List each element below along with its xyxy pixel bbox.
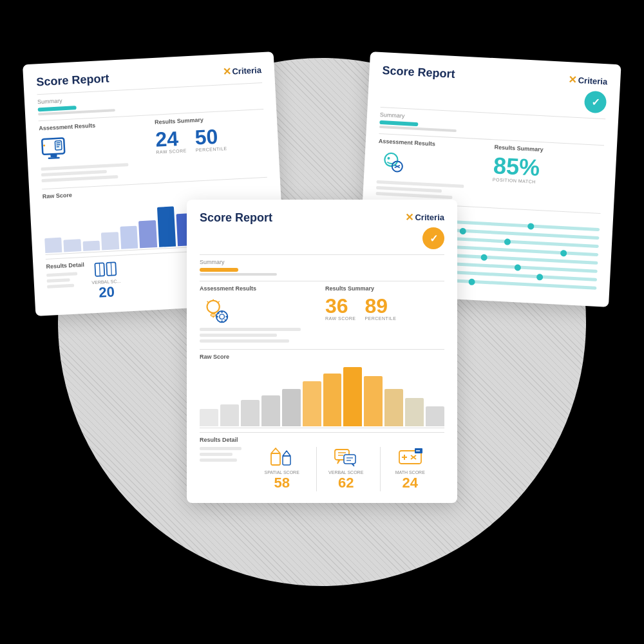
assessment-label-left: Assessment Results (39, 119, 148, 131)
percentile-unit-left: 50 PERCENTILE (194, 126, 227, 153)
svg-line-9 (99, 263, 100, 276)
col-left-assessment-right: Assessment Results (375, 138, 488, 204)
svg-point-7 (43, 144, 45, 146)
results-summary-label-front: Results Summary (325, 285, 444, 292)
percentile-value-left: 50 (194, 126, 218, 148)
slider-dot-5 (480, 254, 488, 261)
svg-rect-31 (271, 453, 280, 465)
raw-score-value-left: 24 (155, 128, 179, 150)
slider-dot-6 (514, 264, 521, 271)
criteria-text-front: Criteria (415, 213, 444, 222)
verbal-score-label: VERBAL SCORE (317, 470, 375, 475)
logo-left: ✕ Criteria (222, 64, 261, 78)
raw-score-unit-front: 36 RAW SCORE (325, 296, 355, 321)
divider-front-3 (200, 349, 444, 350)
results-detail-label-front: Results Detail (200, 437, 444, 443)
slider-dot-4 (560, 249, 567, 256)
criteria-text-left: Criteria (232, 65, 261, 76)
slider-dot-7 (536, 274, 543, 281)
percentile-label-left: PERCENTILE (196, 146, 227, 153)
verbal-score-item: VERBAL SCORE 62 (317, 447, 381, 491)
results-detail-label-left: Results Detail (46, 261, 86, 304)
assessment-label-front: Assessment Results (200, 285, 319, 292)
spatial-score-item: SPATIAL SCORE 58 (252, 447, 317, 491)
card-title-right: Score Report (382, 64, 455, 81)
col-right-results-left: Results Summary 24 RAW SCORE 50 PERCENTI… (155, 113, 267, 179)
card-title-front: Score Report (200, 211, 272, 225)
svg-point-13 (387, 157, 390, 160)
col-left-assessment-front: Assessment Results (200, 285, 319, 345)
logo-right: ✕ Criteria (568, 73, 607, 88)
spatial-score-label: SPATIAL SCORE (252, 470, 311, 475)
divider-front-1 (200, 254, 444, 255)
criteria-x-left: ✕ (222, 66, 231, 79)
logo-front: ✕ Criteria (405, 211, 444, 223)
spatial-score-value: 58 (252, 475, 311, 491)
col-left-assessment: Assessment Results (39, 119, 151, 185)
slider-dot-8 (468, 278, 475, 285)
logo-check-front: ✕ Criteria ✓ (405, 211, 444, 249)
svg-line-11 (111, 263, 111, 276)
svg-rect-33 (283, 456, 290, 465)
card-header-right: Score Report ✕ Criteria ✓ (381, 64, 608, 113)
summary-label-left: Summary (37, 87, 263, 105)
slider-dot-2 (460, 227, 467, 234)
col-right-results-right: Results Summary 85% POSITION MATCH (491, 144, 604, 209)
svg-rect-38 (344, 455, 355, 464)
assessment-label-right: Assessment Results (379, 138, 488, 150)
svg-rect-2 (48, 157, 60, 159)
assessment-icon-left (39, 134, 73, 168)
assessment-icon-right (377, 148, 411, 182)
two-col-right: Assessment Results Resul (375, 138, 603, 209)
svg-point-17 (207, 301, 220, 313)
logo-check-right: ✕ Criteria ✓ (567, 73, 608, 113)
svg-point-12 (384, 153, 398, 166)
raw-score-section-front: Raw Score (200, 354, 444, 360)
results-detail-front: SPATIAL SCORE 58 VERBAL SCORE 62 (200, 447, 444, 491)
two-col-front: Assessment Results (200, 285, 444, 345)
two-col-left: Assessment Results (39, 113, 267, 185)
divider-front-4 (200, 432, 444, 433)
score-pair-left: 24 RAW SCORE 50 PERCENTILE (155, 124, 266, 155)
svg-marker-32 (271, 448, 280, 453)
col-right-results-front: Results Summary 36 RAW SCORE 89 PERCENTI… (325, 285, 444, 345)
card-header-left: Score Report ✕ Criteria (36, 64, 262, 89)
svg-rect-1 (50, 154, 57, 158)
card-front: Score Report ✕ Criteria ✓ Summary Assess… (187, 200, 457, 503)
math-score-item: MATH SCORE 24 (381, 447, 444, 491)
card-title-left: Score Report (36, 71, 109, 89)
raw-score-label-front: RAW SCORE (325, 316, 355, 321)
check-circle-right: ✓ (584, 91, 607, 114)
check-circle-front: ✓ (422, 227, 444, 249)
summary-line-gray-right (379, 126, 457, 132)
svg-rect-3 (55, 140, 62, 150)
criteria-x-right: ✕ (568, 73, 577, 86)
math-score-label: MATH SCORE (381, 470, 439, 475)
math-score-value: 24 (381, 475, 439, 491)
raw-score-unit-left: 24 RAW SCORE (155, 128, 187, 154)
svg-line-22 (207, 301, 209, 303)
summary-line-gray-front (200, 273, 277, 276)
verbal-score-left: VERBAL SC... 20 (91, 260, 122, 301)
scene: Score Report ✕ Criteria Summary Assessme… (0, 0, 644, 644)
criteria-x-front: ✕ (405, 211, 413, 223)
svg-rect-18 (211, 314, 216, 316)
slider-dot-3 (504, 238, 511, 245)
summary-line-front (200, 268, 238, 272)
score-pair-front: 36 RAW SCORE 89 PERCENTILE (325, 296, 444, 321)
verbal-score-value: 62 (317, 475, 375, 491)
percentile-unit-front: 89 PERCENTILE (365, 296, 396, 321)
svg-line-21 (218, 301, 220, 303)
summary-label-front: Summary (200, 259, 444, 265)
card-header-front: Score Report ✕ Criteria ✓ (200, 211, 444, 249)
bar-chart-front (200, 364, 444, 428)
verbal-score-value-left: 20 (99, 283, 115, 301)
results-summary-label-left: Results Summary (155, 113, 264, 126)
assessment-icon-front (200, 296, 232, 328)
criteria-text-right: Criteria (578, 75, 607, 86)
divider-front-2 (200, 281, 444, 281)
detail-ph-lines (200, 447, 252, 491)
percentile-label-front: PERCENTILE (365, 316, 396, 321)
raw-score-value-front: 36 (325, 296, 348, 316)
svg-marker-34 (283, 451, 290, 456)
